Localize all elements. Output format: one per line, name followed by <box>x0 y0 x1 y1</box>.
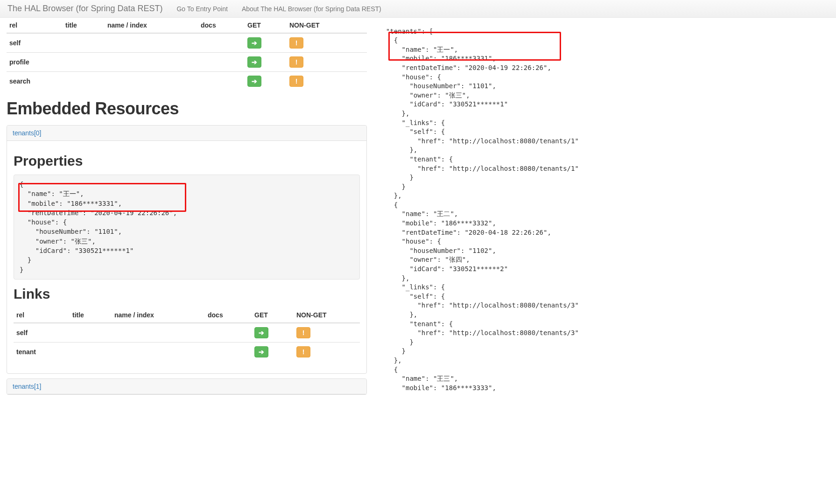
tenants1-heading: tenants[1] <box>7 379 366 394</box>
left-pane: rel title name / index docs GET NON-GET … <box>0 18 373 420</box>
get-button[interactable]: ➔ <box>247 76 261 87</box>
col-get: GET <box>245 18 287 33</box>
tenants0-heading: tenants[0] <box>7 126 366 141</box>
properties-box-wrap: { "name": "王一", "mobile": "186****3331",… <box>14 175 360 280</box>
col-docs: docs <box>198 18 245 33</box>
arrow-right-icon: ➔ <box>252 40 257 46</box>
col-rel: rel <box>7 18 63 33</box>
nonget-button[interactable]: ! <box>289 76 303 87</box>
response-json: "tenants": [ { "name": "王一", "mobile": "… <box>378 27 831 393</box>
rel-cell: tenant <box>16 348 36 356</box>
nonget-button[interactable]: ! <box>289 37 303 49</box>
col-nonget: NON-GET <box>294 308 360 323</box>
col-name: name / index <box>105 18 198 33</box>
tenants0-link[interactable]: tenants[0] <box>13 129 42 137</box>
exclamation-icon: ! <box>295 40 298 46</box>
properties-json: { "name": "王一", "mobile": "186****3331",… <box>14 175 360 280</box>
exclamation-icon: ! <box>302 349 305 355</box>
arrow-right-icon: ➔ <box>252 78 257 84</box>
get-button[interactable]: ➔ <box>247 56 261 68</box>
nonget-button[interactable]: ! <box>296 346 310 357</box>
sub-links-table: rel title name / index docs GET NON-GET … <box>14 308 360 361</box>
arrow-right-icon: ➔ <box>259 329 264 336</box>
table-row: tenant ➔ ! <box>14 342 360 361</box>
rel-cell: self <box>9 39 21 47</box>
tenants0-panel: tenants[0] Properties { "name": "王一", "m… <box>7 125 367 374</box>
exclamation-icon: ! <box>295 78 298 84</box>
rel-cell: search <box>9 77 30 85</box>
topbar: The HAL Browser (for Spring Data REST) G… <box>0 0 836 18</box>
right-pane: "tenants": [ { "name": "王一", "mobile": "… <box>373 18 836 420</box>
embedded-heading: Embedded Resources <box>7 99 367 119</box>
col-nonget: NON-GET <box>287 18 367 33</box>
col-docs: docs <box>205 308 252 323</box>
app-brand: The HAL Browser (for Spring Data REST) <box>7 4 162 14</box>
nonget-button[interactable]: ! <box>289 56 303 68</box>
get-button[interactable]: ➔ <box>247 37 261 49</box>
links-heading: Links <box>14 286 360 302</box>
tenants0-body: Properties { "name": "王一", "mobile": "18… <box>7 141 366 373</box>
nonget-button[interactable]: ! <box>296 327 310 338</box>
rel-cell: profile <box>9 58 29 66</box>
col-rel: rel <box>14 308 70 323</box>
table-row: search ➔ ! <box>7 72 367 91</box>
col-name: name / index <box>112 308 205 323</box>
arrow-right-icon: ➔ <box>259 349 264 355</box>
get-button[interactable]: ➔ <box>254 327 268 338</box>
get-button[interactable]: ➔ <box>254 346 268 357</box>
exclamation-icon: ! <box>302 329 305 336</box>
table-row: self ➔ ! <box>14 323 360 343</box>
arrow-right-icon: ➔ <box>252 59 257 65</box>
table-row: self ➔ ! <box>7 33 367 53</box>
table-row: profile ➔ ! <box>7 53 367 72</box>
col-title: title <box>70 308 112 323</box>
top-links-table: rel title name / index docs GET NON-GET … <box>7 18 367 91</box>
col-title: title <box>63 18 105 33</box>
nav-about[interactable]: About The HAL Browser (for Spring Data R… <box>242 5 381 13</box>
tenants1-panel: tenants[1] <box>7 378 367 395</box>
page: rel title name / index docs GET NON-GET … <box>0 18 836 420</box>
rel-cell: self <box>16 329 28 336</box>
properties-heading: Properties <box>14 153 360 169</box>
exclamation-icon: ! <box>295 59 298 65</box>
col-get: GET <box>252 308 294 323</box>
nav-entry-point[interactable]: Go To Entry Point <box>176 5 227 13</box>
tenants1-link[interactable]: tenants[1] <box>13 383 42 390</box>
